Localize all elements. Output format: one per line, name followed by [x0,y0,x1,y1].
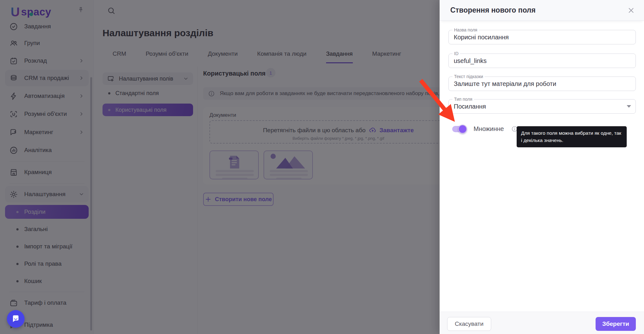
chat-bubble-icon [11,314,20,324]
field-hint[interactable]: Текст підказки [448,76,636,91]
tooltip: Для такого поля можна вибрати як одне, т… [517,126,627,147]
dropdown-caret-icon [627,105,631,108]
toggle-thumb [458,125,467,133]
field-type-select[interactable]: Тип поля Посилання [448,99,636,114]
multiple-toggle-label: Множинне [474,125,504,133]
field-name[interactable]: Назва поля [448,30,636,44]
drawer-title: Створення нового поля [450,6,536,14]
multiple-toggle-row: Множинне [452,125,518,133]
create-field-drawer: Створення нового поля Назва поля ID Текс… [440,0,644,334]
chat-widget-button[interactable] [7,310,25,328]
save-button[interactable]: Зберегти [596,317,636,331]
close-icon[interactable] [627,6,635,14]
field-type-value: Посилання [449,99,636,113]
field-id-input[interactable] [449,54,636,68]
app-window: U spacy Завдання Групи Розклад CRM та пр… [0,0,644,334]
field-id-label: ID [452,51,460,56]
field-hint-label: Текст підказки [452,74,485,79]
drawer-header: Створення нового поля [440,0,644,21]
modal-backdrop[interactable] [0,0,440,334]
multiple-toggle[interactable] [452,126,466,133]
field-type-label: Тип поля [452,97,474,102]
field-id[interactable]: ID [448,54,636,68]
cancel-button[interactable]: Скасувати [447,317,491,331]
field-name-label: Назва поля [452,27,479,33]
drawer-footer: Скасувати Зберегти [440,312,644,334]
